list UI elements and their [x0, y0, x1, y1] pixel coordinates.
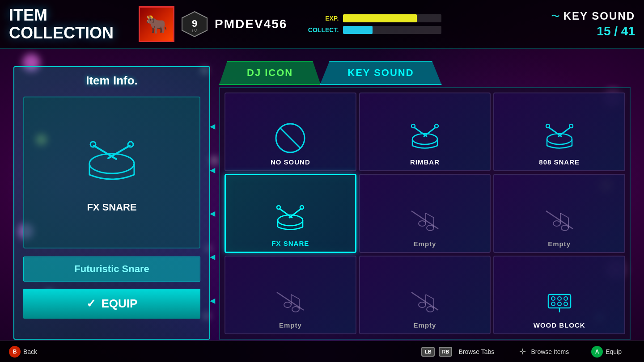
svg-line-45 [560, 213, 568, 218]
grid-item-fx-snare[interactable]: FX SNARE [225, 174, 356, 253]
dpad-icon: ✛ [517, 346, 528, 358]
grid-item-label-wood-block: WOOD BLOCK [534, 321, 585, 329]
level-badge: 9 LV [181, 11, 208, 38]
grid-item-808-snare[interactable]: 808 SNARE [493, 93, 625, 171]
tab-key-sound[interactable]: KEY SOUND [320, 61, 441, 85]
808-snare-drum-icon [542, 120, 577, 156]
hints-right: LB RB Browse Tabs ✛ Browse Items A Equip [421, 346, 635, 358]
lb-button[interactable]: LB [421, 347, 435, 357]
grid-item-empty-1[interactable]: Empty [359, 174, 491, 253]
svg-point-59 [551, 297, 555, 300]
item-info-title: Item Info. [14, 67, 209, 92]
collect-bar-bg [343, 26, 441, 34]
grid-item-empty-3[interactable]: Empty [225, 256, 356, 334]
grid-item-wood-block[interactable]: WOOD BLOCK [493, 256, 625, 334]
wave-icon: 〜 [551, 10, 560, 22]
a-button[interactable]: A [591, 346, 603, 358]
browse-items-label: Browse Items [531, 348, 569, 355]
checkmark-icon: ✓ [86, 297, 96, 311]
svg-point-31 [277, 206, 280, 209]
exp-bar-fill [343, 14, 417, 22]
browse-items-hint: ✛ Browse Items [517, 346, 569, 358]
grid-item-no-sound[interactable]: NO SOUND [225, 93, 356, 171]
grid-area: NO SOUND RIMBAR [219, 87, 631, 340]
svg-point-17 [411, 124, 415, 128]
tab-dj-icon[interactable]: DJ ICON [219, 61, 321, 85]
grid-item-label-empty-4: Empty [414, 321, 436, 329]
key-sound-count: 15 / 41 [597, 24, 635, 38]
empty-2-music-icon [542, 202, 577, 238]
grid-item-label-rimbar: RIMBAR [410, 158, 440, 166]
top-bar: ITEMCOLLECTION 🐂 9 LV PMDEV456 EXP. COLL… [0, 0, 644, 49]
svg-point-37 [419, 221, 426, 226]
player-name: PMDEV456 [215, 17, 287, 31]
items-grid: NO SOUND RIMBAR [220, 88, 630, 339]
scroll-arrow-up-2[interactable]: ◀ [210, 166, 215, 174]
item-preview: FX SNARE [23, 97, 200, 248]
collect-bar-fill [343, 26, 373, 34]
svg-point-61 [564, 297, 568, 300]
browse-tabs-hint: LB RB Browse Tabs [421, 347, 494, 357]
svg-point-10 [128, 142, 133, 147]
svg-point-64 [564, 302, 568, 306]
scroll-arrow-up-1[interactable]: ◀ [210, 122, 215, 130]
stats-section: EXP. COLLECT. [303, 14, 441, 34]
fx-snare-drum-icon [272, 202, 308, 237]
svg-point-24 [546, 124, 550, 128]
grid-item-empty-4[interactable]: Empty [359, 256, 491, 334]
browse-tabs-label: Browse Tabs [458, 348, 494, 355]
avatar: 🐂 [139, 6, 174, 42]
svg-line-39 [426, 213, 434, 218]
svg-line-51 [291, 295, 299, 299]
equip-hint-label: Equip [606, 348, 622, 355]
collect-label: COLLECT. [303, 26, 339, 34]
title-section: ITEMCOLLECTION [9, 6, 139, 42]
svg-point-35 [427, 225, 434, 231]
svg-point-26 [569, 124, 573, 128]
svg-point-60 [558, 297, 561, 300]
svg-point-19 [435, 124, 438, 128]
item-preview-name: FX SNARE [87, 202, 136, 213]
exp-bar-bg [343, 14, 441, 22]
scroll-arrow-down-1[interactable]: ◀ [210, 209, 215, 218]
grid-item-label-empty-2: Empty [548, 240, 571, 248]
player-section: 🐂 9 LV PMDEV456 EXP. COLLECT. [139, 6, 551, 42]
drum-preview-icon [80, 132, 143, 195]
equip-button[interactable]: ✓ EQUIP [23, 289, 200, 319]
grid-item-rimbar[interactable]: RIMBAR [359, 93, 491, 171]
empty-1-music-icon [407, 202, 443, 238]
rb-button[interactable]: RB [439, 347, 452, 357]
key-sound-section: 〜 KEY SOUND 15 / 41 [551, 10, 635, 38]
grid-item-label-empty-3: Empty [279, 321, 302, 329]
grid-item-label-808-snare: 808 SNARE [539, 158, 580, 166]
exp-label: EXP. [303, 15, 339, 22]
grid-item-label-fx-snare: FX SNARE [271, 240, 309, 247]
rimbar-drum-icon [407, 120, 443, 156]
grid-item-empty-2[interactable]: Empty [493, 174, 625, 253]
svg-point-63 [558, 302, 561, 306]
bottom-bar: B Back LB RB Browse Tabs ✛ Browse Items … [0, 341, 644, 362]
scroll-arrow-down-2[interactable]: ◀ [210, 253, 215, 261]
tabs-area: DJ ICON KEY SOUND [219, 49, 631, 85]
scroll-arrows: ◀ ◀ ◀ ◀ ◀ [206, 87, 219, 340]
grid-item-label-no-sound: NO SOUND [271, 158, 310, 166]
back-label: Back [23, 348, 37, 355]
scroll-arrow-down-3[interactable]: ◀ [210, 296, 215, 305]
svg-point-55 [419, 302, 426, 307]
svg-text:LV: LV [192, 29, 197, 33]
svg-point-33 [300, 206, 304, 209]
equip-label: EQUIP [102, 297, 138, 311]
b-button[interactable]: B [9, 346, 21, 358]
svg-point-41 [561, 225, 568, 231]
svg-line-12 [280, 128, 301, 148]
empty-3-music-icon [272, 283, 308, 319]
no-sound-icon [272, 120, 308, 156]
svg-point-49 [284, 302, 291, 307]
key-sound-title: KEY SOUND [564, 10, 635, 22]
grid-item-label-empty-1: Empty [414, 240, 436, 248]
item-subname: Futuristic Snare [23, 257, 200, 282]
avatar-image: 🐂 [140, 8, 173, 41]
equip-hint: A Equip [591, 346, 622, 358]
left-panel: Item Info. FX SNARE Futuristic Snare ✓ E… [13, 66, 210, 340]
svg-point-43 [553, 221, 560, 226]
